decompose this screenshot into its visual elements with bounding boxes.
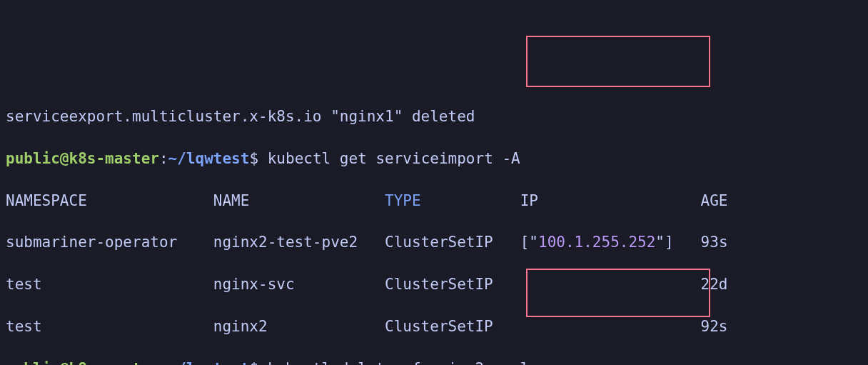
cell-name: nginx2-test-pve2 bbox=[213, 234, 358, 251]
prompt-at: @ bbox=[60, 150, 69, 167]
header-age: AGE bbox=[701, 192, 728, 209]
header-namespace: NAMESPACE bbox=[6, 192, 87, 209]
ip-bracket: "] bbox=[655, 234, 673, 251]
prompt-dollar: $ bbox=[249, 150, 258, 167]
prompt-user: public bbox=[6, 360, 60, 365]
highlight-annotation bbox=[526, 36, 710, 87]
prompt-line: public@k8s-master:~/lqwtest$ kubectl get… bbox=[6, 149, 862, 169]
prompt-colon: : bbox=[159, 360, 168, 365]
header-ip: IP bbox=[520, 192, 538, 209]
cell-name: nginx-svc bbox=[213, 276, 295, 293]
prompt-user: public bbox=[6, 150, 60, 167]
command-text: kubectl get serviceimport -A bbox=[258, 150, 520, 167]
ip-bracket: [" bbox=[520, 234, 538, 251]
command-text: kubectl delete -f nginx2.yaml bbox=[258, 360, 529, 365]
header-name: NAME bbox=[213, 192, 250, 209]
header-type: TYPE bbox=[385, 192, 421, 209]
cell-type: ClusterSetIP bbox=[385, 234, 493, 251]
cell-name: nginx2 bbox=[213, 318, 268, 335]
prompt-line: public@k8s-master:~/lqwtest$ kubectl del… bbox=[6, 359, 862, 365]
cell-namespace: test bbox=[6, 318, 42, 335]
cell-age: 92s bbox=[701, 318, 728, 335]
table-row: submariner-operator nginx2-test-pve2 Clu… bbox=[6, 232, 862, 253]
cell-age: 22d bbox=[701, 276, 728, 293]
prompt-path: ~/lqwtest bbox=[168, 150, 250, 167]
prompt-colon: : bbox=[159, 150, 168, 167]
prompt-at: @ bbox=[60, 360, 69, 365]
cell-age: 93s bbox=[701, 234, 728, 251]
prompt-host: k8s-master bbox=[69, 150, 159, 167]
table-row: test nginx2 ClusterSetIP 92s bbox=[6, 316, 862, 337]
cell-type: ClusterSetIP bbox=[385, 318, 493, 335]
table-row: test nginx-svc ClusterSetIP 22d bbox=[6, 274, 862, 295]
cell-namespace: submariner-operator bbox=[6, 234, 177, 251]
cell-type: ClusterSetIP bbox=[385, 276, 493, 293]
cell-namespace: test bbox=[6, 276, 42, 293]
terminal[interactable]: serviceexport.multicluster.x-k8s.io "ngi… bbox=[0, 84, 868, 365]
table-header: NAMESPACE NAME TYPE IP AGE bbox=[6, 191, 862, 211]
prompt-path: ~/lqwtest bbox=[168, 360, 250, 365]
prompt-host: k8s-master bbox=[69, 360, 159, 365]
prompt-dollar: $ bbox=[249, 360, 258, 365]
output-line: serviceexport.multicluster.x-k8s.io "ngi… bbox=[6, 106, 862, 127]
cell-ip: 100.1.255.252 bbox=[538, 234, 655, 251]
